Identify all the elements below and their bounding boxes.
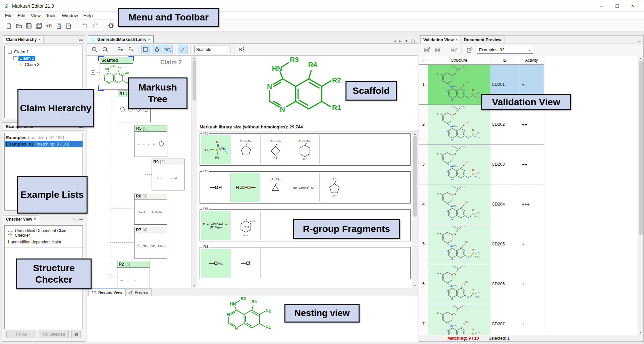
- fragment-tile[interactable]: —CH₃: [201, 249, 231, 278]
- cell-id[interactable]: CD207: [490, 304, 519, 335]
- fragment-tile[interactable]: O=S=N–: [231, 135, 261, 164]
- fragment-tile[interactable]: H₃CSONR5: [201, 135, 231, 164]
- edit-list-button[interactable]: [465, 45, 475, 55]
- example-list-item[interactable]: Examples_02[matching: 9 / 10]: [5, 141, 83, 147]
- cell-id[interactable]: CD203: [490, 145, 519, 184]
- tab-generated-markush[interactable]: RR GeneratedMarkush1.mrv ×: [88, 35, 154, 43]
- tree-node-header[interactable]: R9[2]: [152, 159, 184, 165]
- scroll-up-icon[interactable]: ▲: [639, 57, 642, 60]
- menu-edit[interactable]: Edit: [15, 12, 28, 19]
- claim-tree-row[interactable]: −Claim 2: [6, 55, 81, 61]
- table-scrollbar[interactable]: ▲ ▼: [638, 56, 643, 335]
- claim-label[interactable]: Claim 2: [18, 56, 35, 61]
- fragment-tile[interactable]: O=S=N–R7: [290, 135, 320, 164]
- column-header-id[interactable]: ID: [490, 56, 519, 64]
- new-document-button[interactable]: [4, 21, 14, 31]
- menu-window[interactable]: Window: [59, 12, 81, 19]
- fragment-tile[interactable]: –O–CH₂–: [261, 173, 290, 202]
- claim-label[interactable]: Claim 1: [13, 49, 30, 54]
- checker-item[interactable]: ⚠ Unmodified Dependent Claim Checker: [5, 226, 83, 239]
- nesting-structure[interactable]: [224, 297, 274, 333]
- menu-tools[interactable]: Tools: [43, 12, 59, 19]
- fix-all-button[interactable]: Fix All: [6, 331, 36, 338]
- tab-checker-view[interactable]: Checker View ×: [3, 215, 39, 223]
- cell-structure[interactable]: [428, 264, 490, 304]
- scrollbar-thumb[interactable]: [639, 61, 643, 235]
- scroll-down-icon[interactable]: ▼: [193, 284, 196, 287]
- cell-activity[interactable]: +++: [519, 184, 544, 224]
- open-file-button[interactable]: [14, 21, 24, 31]
- close-tab-icon[interactable]: ×: [34, 217, 36, 222]
- tab-validation-view[interactable]: Validation View ×: [420, 36, 461, 44]
- tab-claim-hierarchy[interactable]: Claim Hierarchy ×: [3, 36, 44, 43]
- close-button[interactable]: ×: [625, 1, 640, 11]
- fix-selected-button[interactable]: Fix Selected: [39, 331, 69, 338]
- cell-activity[interactable]: ++: [519, 105, 544, 144]
- cell-activity[interactable]: +: [519, 264, 544, 304]
- tree-expander-icon[interactable]: −: [8, 50, 12, 54]
- tree-node-header[interactable]: R2[5]: [117, 261, 150, 268]
- minimize-panel-icon[interactable]: ▭: [73, 37, 76, 42]
- scroll-down-icon[interactable]: ▼: [639, 331, 642, 334]
- fragment-tile[interactable]: H₃C–CH(R11)–O–(R10)₂—: [201, 211, 231, 240]
- column-header-num[interactable]: #: [419, 56, 428, 64]
- structure-search-button[interactable]: [54, 21, 64, 31]
- settings-gear-button[interactable]: [106, 21, 116, 31]
- rgroup-scrollbar[interactable]: ▲ ▼: [412, 131, 418, 288]
- maximize-panel-icon[interactable]: ▬: [79, 217, 83, 221]
- tree-expander-icon[interactable]: −: [13, 56, 17, 60]
- scroll-down-icon[interactable]: ▼: [414, 284, 417, 287]
- fragment-tile[interactable]: H₃C–O—: [231, 173, 260, 202]
- rgroup-assign-button[interactable]: R: [44, 21, 54, 31]
- table-row[interactable]: 2CD202++: [419, 105, 544, 145]
- show-panels-toggle[interactable]: [141, 45, 151, 54]
- scrollbar-thumb[interactable]: [193, 60, 196, 101]
- table-row[interactable]: 7CD207+: [419, 304, 544, 335]
- cell-structure[interactable]: [428, 304, 490, 335]
- close-tab-icon[interactable]: ×: [148, 37, 151, 42]
- minimize-panel-icon[interactable]: ▭: [73, 217, 76, 221]
- cell-structure[interactable]: [428, 105, 490, 144]
- table-row[interactable]: 4CD204+++: [419, 184, 544, 224]
- tree-expander[interactable]: −: [108, 106, 112, 110]
- scrollbar-thumb[interactable]: [413, 136, 417, 217]
- hide-hydrogens-toggle[interactable]: [178, 45, 188, 54]
- fragment-tile[interactable]: —OH: [201, 173, 231, 202]
- tree-expander[interactable]: −: [91, 70, 95, 75]
- expand-all-button[interactable]: [115, 45, 125, 54]
- cell-structure[interactable]: [428, 224, 490, 264]
- zoom-out-button[interactable]: [100, 45, 110, 54]
- prev-tab-icon[interactable]: ◀: [393, 39, 396, 43]
- restore-pane-icon[interactable]: ▢: [411, 39, 415, 43]
- cell-id[interactable]: CD202: [490, 105, 519, 144]
- cell-activity[interactable]: +: [519, 224, 544, 264]
- show-rq-toggle[interactable]: R: [163, 45, 173, 54]
- cell-id[interactable]: CD206: [490, 264, 519, 304]
- tree-node-header[interactable]: Scaffold: [100, 57, 133, 64]
- tree-node-r5[interactable]: R5[5]—▵~┼: [135, 125, 167, 157]
- table-row[interactable]: 6CD206+: [419, 264, 544, 304]
- tree-node-r2[interactable]: R2[5]—~▵··: [117, 261, 150, 288]
- tree-node-r7[interactable]: R7[4]╱╲╱N╲╱O╲HO–⟨: [134, 227, 167, 259]
- save-all-button[interactable]: [34, 21, 44, 31]
- example-list-item[interactable]: Examples[matching: 67 / 67]: [5, 134, 83, 141]
- close-tab-icon[interactable]: ×: [38, 37, 41, 42]
- claim-label[interactable]: Claim 3: [24, 62, 41, 67]
- fragment-tile[interactable]: —Cl: [231, 249, 261, 278]
- tree-node-r6[interactable]: R6[2]⟨—HH₃C–O–: [134, 193, 167, 225]
- example-list-dropdown[interactable]: Examples_02 ⌄: [477, 46, 533, 54]
- tree-node-header[interactable]: R6[2]: [135, 193, 167, 199]
- add-list-button[interactable]: [449, 45, 459, 55]
- maximize-panel-icon[interactable]: ▬: [79, 37, 83, 42]
- fragment-tile[interactable]: O=S=N–R6: [261, 135, 290, 164]
- minimize-panel-icon[interactable]: –: [638, 39, 641, 44]
- tab-preview[interactable]: R Preview: [125, 288, 152, 296]
- fragment-tile[interactable]: –O–O: [320, 173, 349, 202]
- column-header-activity[interactable]: Activity: [519, 56, 544, 64]
- cell-activity[interactable]: ++: [519, 145, 544, 184]
- menu-help[interactable]: Help: [81, 12, 96, 19]
- tab-document-preview[interactable]: Document Preview: [461, 36, 504, 44]
- scaffold-structure[interactable]: [262, 56, 346, 117]
- cell-id[interactable]: CD204: [490, 184, 519, 224]
- add-row-button[interactable]: [422, 45, 432, 55]
